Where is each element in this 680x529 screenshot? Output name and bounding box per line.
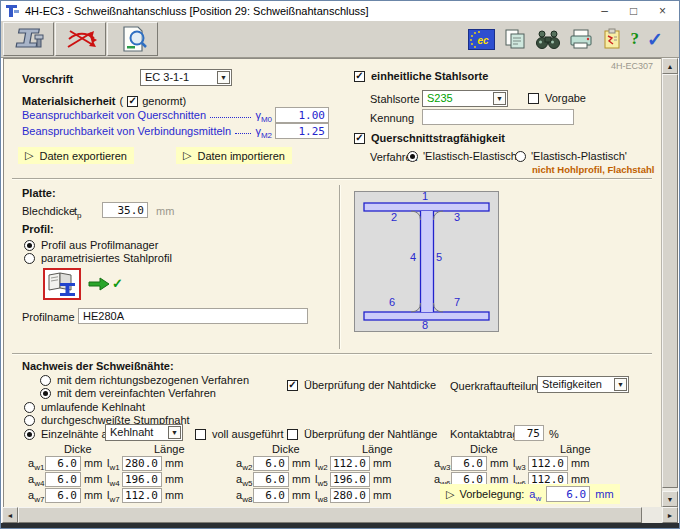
kontaktabtrag-label: Kontaktabtrag: [450, 428, 519, 440]
platte-title: Platte:: [22, 187, 56, 199]
scroll-left-button[interactable]: ◄: [2, 507, 18, 523]
scroll-down-button[interactable]: ▼: [662, 491, 678, 507]
profilname-field[interactable]: [78, 308, 308, 324]
print-button[interactable]: [569, 29, 593, 50]
daten-exportieren-link[interactable]: ▷ Daten exportieren: [18, 147, 134, 164]
scroll-right-button[interactable]: ►: [662, 507, 678, 523]
print-preview-toolbar-button[interactable]: [107, 22, 158, 56]
vorbelegung-action[interactable]: ▷ Vorbelegung: aw mm: [440, 484, 620, 504]
blechdicke-field[interactable]: [102, 202, 148, 218]
scroll-up-button[interactable]: ▲: [662, 58, 678, 74]
chevron-down-icon: ▼: [614, 378, 627, 391]
col-header-laenge-3: Länge: [560, 443, 591, 455]
close-button[interactable]: ×: [648, 1, 677, 20]
help-button[interactable]: ?: [631, 29, 640, 49]
horizontal-scrollbar[interactable]: ◄ ►: [2, 507, 678, 523]
elastisch-elastisch-label: 'Elastisch-Elastisch': [423, 150, 519, 162]
profile-manager-toolbar-button[interactable]: [3, 22, 54, 56]
vorschrift-dropdown[interactable]: EC 3-1-1 ▼: [140, 69, 232, 86]
maximize-button[interactable]: □: [619, 1, 648, 20]
profil-aus-profilmanager-label: Profil aus Profilmanager: [41, 239, 158, 251]
profil-aus-profilmanager-radio[interactable]: [24, 240, 35, 251]
weld-group-w2: aw2 mm lw2 mm: [236, 455, 393, 471]
umlaufende-kehlnaht-label: umlaufende Kehlnaht: [41, 401, 145, 413]
gamma-m2-field[interactable]: [275, 123, 329, 139]
einheitliche-stahlsorte-label: einheitliche Stahlsorte: [371, 70, 488, 82]
a-w4-field[interactable]: [45, 472, 81, 487]
eurocode-button[interactable]: ec: [468, 29, 495, 50]
chevron-down-icon: ▼: [217, 71, 230, 84]
app-icon: [5, 4, 20, 18]
genormt-checkbox[interactable]: [127, 96, 138, 107]
gamma-m0-field[interactable]: [275, 107, 329, 123]
l-w1-label: lw1: [107, 457, 119, 469]
vertical-scrollbar-thumb[interactable]: [662, 74, 678, 488]
voll-ausgefuehrt-checkbox[interactable]: [195, 429, 206, 440]
loads-toolbar-button[interactable]: [55, 22, 106, 56]
elastisch-plastisch-radio[interactable]: [515, 151, 526, 162]
separator: [12, 353, 652, 355]
parametrisiertes-stahlprofil-label: parametrisiertes Stahlprofil: [41, 252, 172, 264]
a-w4-label: aw4: [28, 473, 42, 485]
a-w1-label: aw1: [28, 457, 42, 469]
profile-book-icon: [47, 271, 77, 297]
separator: [12, 178, 652, 180]
einzelnaht-typ-dropdown[interactable]: Kehlnaht ▼: [105, 424, 183, 441]
weld-number-6: 6: [389, 296, 395, 308]
l-w3-field[interactable]: [528, 456, 568, 471]
horizontal-scrollbar-thumb[interactable]: [18, 507, 642, 523]
querschnittstragfaehigkeit-checkbox[interactable]: [354, 133, 365, 144]
umlaufende-kehlnaht-radio[interactable]: [24, 402, 35, 413]
einheitliche-stahlsorte-checkbox[interactable]: [354, 71, 365, 82]
vorgabe-checkbox[interactable]: [528, 93, 539, 104]
search-button[interactable]: [535, 29, 561, 50]
a-w7-field[interactable]: [45, 488, 81, 503]
querschnittstragfaehigkeit-label: Querschnittstragfähigkeit: [371, 132, 505, 144]
parametrisiertes-stahlprofil-radio[interactable]: [24, 253, 35, 264]
col-header-laenge-2: Länge: [362, 443, 393, 455]
window-title: 4H-EC3 - Schweißnahtanschluss [Position …: [25, 5, 369, 17]
gamma-m0-row-label: Beanspruchbarkeit von Querschnitten: [22, 109, 206, 121]
stumpfnaht-radio[interactable]: [24, 415, 35, 426]
vereinfacht-radio[interactable]: [40, 388, 51, 399]
l-w2-field[interactable]: [330, 456, 370, 471]
copy-button[interactable]: [503, 28, 527, 50]
minimize-button[interactable]: –: [590, 1, 619, 20]
l-w5-field[interactable]: [330, 472, 370, 487]
stahlsorte-dropdown[interactable]: S235 ▼: [422, 90, 508, 107]
l-w7-field[interactable]: [122, 488, 162, 503]
bottom-bar: [1, 523, 679, 528]
querkraftaufteilung-dropdown[interactable]: Steifigkeiten ▼: [537, 376, 629, 393]
profil-title: Profil:: [22, 223, 54, 235]
vorbelegung-unit: mm: [595, 488, 613, 500]
l-w8-field[interactable]: [330, 488, 370, 503]
title-bar[interactable]: 4H-EC3 - Schweißnahtanschluss [Position …: [1, 1, 679, 21]
a-w3-field[interactable]: [451, 456, 487, 471]
vorbelegung-label: Vorbelegung:: [459, 488, 524, 500]
l-w4-field[interactable]: [122, 472, 162, 487]
kennung-input[interactable]: [422, 109, 574, 125]
a-w2-field[interactable]: [253, 456, 289, 471]
notes-button[interactable]: [601, 28, 623, 50]
vorbelegung-field[interactable]: [546, 486, 590, 502]
l-w1-field[interactable]: [122, 456, 162, 471]
blechdicke-unit: mm: [156, 205, 174, 217]
richtungsbezogen-radio[interactable]: [40, 375, 51, 386]
a-w1-field[interactable]: [45, 456, 81, 471]
weld-group-w7: aw7 mm lw7 mm: [28, 487, 185, 503]
elastisch-elastisch-radio[interactable]: [407, 151, 418, 162]
einzelnaehte-radio[interactable]: [24, 429, 35, 440]
l-w5-label: lw5: [315, 473, 327, 485]
profilmanager-button[interactable]: [43, 268, 81, 300]
confirm-button[interactable]: ✓: [647, 28, 663, 51]
a-w8-field[interactable]: [253, 488, 289, 503]
vertical-scrollbar[interactable]: ▲ ▼: [661, 58, 678, 507]
vorgabe-label: Vorgabe: [545, 92, 586, 104]
ueberpruefung-nahtlaenge-checkbox[interactable]: [287, 429, 298, 440]
loads-arrows-icon: [63, 25, 99, 53]
ueberpruefung-nahtdicke-checkbox[interactable]: [287, 380, 298, 391]
a-w5-field[interactable]: [253, 472, 289, 487]
weld-group-w5: aw5 mm lw5 mm: [236, 471, 393, 487]
kontaktabtrag-field[interactable]: [514, 425, 544, 441]
daten-importieren-link[interactable]: ▷ Daten importieren: [176, 147, 292, 164]
